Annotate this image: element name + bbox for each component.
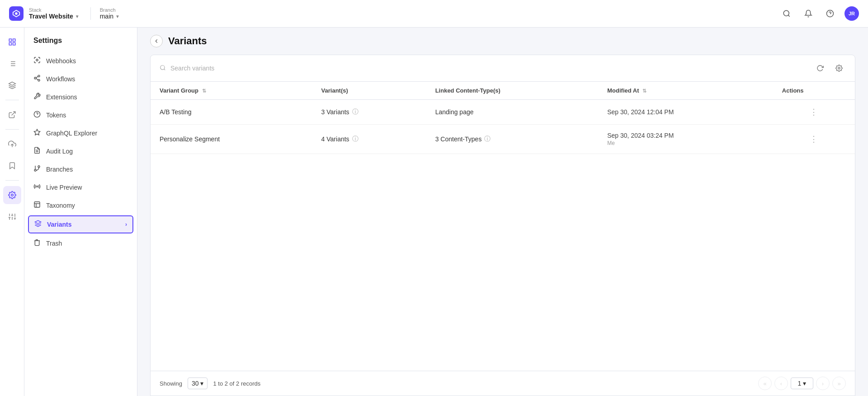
sidebar-icon-upload[interactable] <box>3 135 21 153</box>
svg-point-41 <box>34 169 36 171</box>
live-preview-label: Live Preview <box>46 184 82 191</box>
sidebar-item-taxonomy[interactable]: Taxonomy <box>24 196 137 214</box>
workflows-label: Workflows <box>46 75 75 83</box>
prev-page-button[interactable]: ‹ <box>774 377 788 390</box>
sidebar-item-trash[interactable]: Trash <box>24 234 137 252</box>
last-page-button[interactable]: » <box>832 377 846 390</box>
first-page-button[interactable]: « <box>758 377 772 390</box>
branch-chevron-icon: ▼ <box>115 14 120 19</box>
help-button[interactable] <box>823 6 837 21</box>
app-chevron-icon: ▼ <box>75 14 80 19</box>
variants-info-icon-2[interactable]: ⓘ <box>352 135 359 143</box>
branch-label: Branch <box>100 7 120 13</box>
back-button[interactable] <box>150 35 163 47</box>
sidebar-item-live-preview[interactable]: Live Preview <box>24 178 137 196</box>
refresh-button[interactable] <box>813 61 827 75</box>
sidebar-item-tokens[interactable]: Tokens <box>24 106 137 124</box>
sidebar-icon-plug[interactable] <box>3 106 21 124</box>
user-avatar[interactable]: JR <box>844 6 859 21</box>
main-layout: Settings Webhooks Workflows Extensions <box>0 28 868 396</box>
svg-point-29 <box>36 59 38 61</box>
search-input[interactable] <box>170 65 809 72</box>
branch-selector[interactable]: Branch main ▼ <box>90 7 120 20</box>
records-count: 1 to 2 of 2 records <box>213 380 260 387</box>
sidebar-item-extensions[interactable]: Extensions <box>24 88 137 106</box>
sidebar-item-variants[interactable]: Variants › <box>28 215 133 233</box>
svg-rect-8 <box>9 43 11 45</box>
sidebar-item-graphql[interactable]: GraphQL Explorer <box>24 124 137 142</box>
icon-sidebar-divider-1 <box>5 100 19 100</box>
search-icon <box>160 65 166 72</box>
sidebar-icon-settings[interactable] <box>3 186 21 204</box>
linked-info-icon-2[interactable]: ⓘ <box>484 135 491 143</box>
search-bar <box>151 55 855 82</box>
app-selector[interactable]: Stack Travel Website ▼ <box>29 7 80 20</box>
taxonomy-label: Taxonomy <box>46 202 75 209</box>
svg-rect-6 <box>9 39 11 41</box>
svg-point-19 <box>11 194 13 196</box>
topbar-actions: JR <box>779 6 859 21</box>
col-modified-at[interactable]: Modified At ⇅ <box>598 82 773 100</box>
cell-variants-2: 4 Variants ⓘ <box>312 125 426 154</box>
sidebar-icon-dashboard[interactable] <box>3 33 21 51</box>
showing-label: Showing <box>160 380 182 387</box>
icon-sidebar-divider-3 <box>5 180 19 181</box>
table-row: A/B Testing 3 Variants ⓘ Landing page <box>151 100 855 125</box>
column-settings-button[interactable] <box>832 61 846 75</box>
webhooks-label: Webhooks <box>46 57 76 65</box>
svg-point-2 <box>783 10 789 16</box>
topbar: Stack Travel Website ▼ Branch main ▼ JR <box>0 0 868 28</box>
graphql-icon <box>33 129 41 138</box>
cell-variant-group-1: A/B Testing <box>151 100 312 125</box>
page-title: Variants <box>168 35 207 47</box>
table-row: Personalize Segment 4 Variants ⓘ 3 Conte… <box>151 125 855 154</box>
svg-point-30 <box>38 75 40 77</box>
page-number-selector[interactable]: 1 ▾ <box>791 377 813 389</box>
variants-table-wrap: Variant Group ⇅ Variant(s) Linked Conten… <box>151 82 855 371</box>
row-actions-button-1[interactable]: ⋮ <box>806 106 821 118</box>
col-actions: Actions <box>773 82 855 100</box>
cell-actions-2: ⋮ <box>773 125 855 154</box>
svg-point-32 <box>38 79 40 81</box>
row-actions-button-2[interactable]: ⋮ <box>806 133 821 145</box>
col-variant-group[interactable]: Variant Group ⇅ <box>151 82 312 100</box>
variants-icon <box>34 220 42 229</box>
page-size-selector[interactable]: 30 ▾ <box>188 377 208 389</box>
svg-point-46 <box>160 65 165 69</box>
cell-modified-1: Sep 30, 2024 12:04 PM <box>598 100 773 125</box>
variants-info-icon-1[interactable]: ⓘ <box>352 108 359 116</box>
trash-icon <box>33 239 41 248</box>
branches-label: Branches <box>46 166 73 173</box>
branches-icon <box>33 165 41 174</box>
taxonomy-icon <box>33 201 41 210</box>
sort-icon-modified: ⇅ <box>642 88 646 93</box>
sidebar-item-branches[interactable]: Branches <box>24 160 137 178</box>
sidebar-icon-bookmark[interactable] <box>3 157 21 175</box>
svg-rect-9 <box>13 43 15 45</box>
content-body: Variant Group ⇅ Variant(s) Linked Conten… <box>150 55 855 396</box>
audit-log-label: Audit Log <box>46 148 73 155</box>
sidebar-icon-list[interactable] <box>3 55 21 73</box>
svg-point-40 <box>38 166 40 168</box>
sidebar-item-webhooks[interactable]: Webhooks <box>24 52 137 70</box>
sidebar-item-workflows[interactable]: Workflows <box>24 70 137 88</box>
cell-variants-1: 3 Variants ⓘ <box>312 100 426 125</box>
sidebar-icon-layers[interactable] <box>3 76 21 94</box>
svg-point-31 <box>34 77 36 79</box>
stack-label: Stack <box>29 7 80 13</box>
sidebar-icon-tune[interactable] <box>3 208 21 226</box>
search-button[interactable] <box>779 6 794 21</box>
next-page-button[interactable]: › <box>816 377 830 390</box>
app-logo[interactable] <box>9 6 24 21</box>
trash-label: Trash <box>46 240 62 247</box>
cell-modified-2: Sep 30, 2024 03:24 PM Me <box>598 125 773 154</box>
cell-linked-2: 3 Content-Types ⓘ <box>426 125 599 154</box>
page-size-chevron-icon: ▾ <box>200 380 203 387</box>
variants-chevron-icon: › <box>125 221 127 228</box>
sidebar-item-audit-log[interactable]: Audit Log <box>24 142 137 160</box>
notifications-button[interactable] <box>801 6 816 21</box>
tokens-icon <box>33 111 41 120</box>
svg-point-48 <box>838 67 840 69</box>
svg-line-33 <box>36 79 38 80</box>
svg-point-1 <box>15 12 17 14</box>
